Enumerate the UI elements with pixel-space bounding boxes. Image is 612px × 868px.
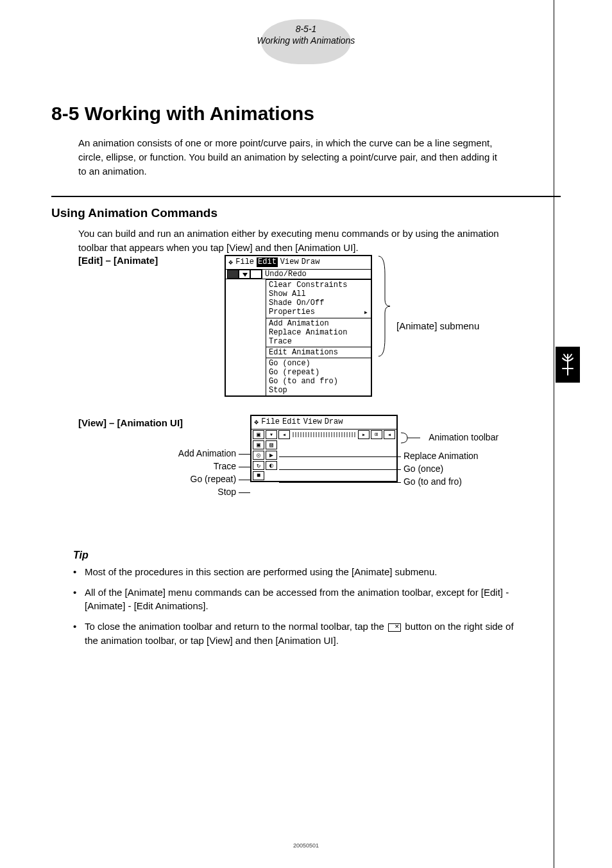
dropdown-icon[interactable] — [239, 270, 250, 279]
menu-block: Go (once) Go (repeat) Go (to and fro) St… — [266, 358, 371, 395]
close-toolbar-icon[interactable]: ⌧ — [371, 430, 382, 439]
menu-file[interactable]: File — [261, 417, 280, 427]
go-once-icon[interactable]: ▶ — [266, 451, 277, 460]
page: 8-5-1 Working with Animations 8-5 Workin… — [0, 0, 612, 868]
menu-item[interactable]: Shade On/Off — [269, 299, 368, 308]
callout-go-to-and-fro: Go (to and fro) — [404, 476, 462, 487]
tip-item: Most of the procedures in this section a… — [73, 565, 522, 579]
callout-replace-animation: Replace Animation — [404, 451, 479, 461]
app-icon: ❖ — [228, 257, 233, 267]
go-repeat-icon[interactable]: ↻ — [253, 461, 264, 470]
dropdown-icon[interactable]: ▾ — [266, 430, 277, 439]
section-intro: You can build and run an animation eithe… — [78, 227, 502, 255]
submenu-arrow-icon: ▸ — [364, 308, 368, 317]
stop-icon[interactable]: ■ — [253, 471, 264, 480]
plant-icon — [560, 352, 575, 378]
menu-item[interactable]: Replace Animation — [269, 328, 368, 337]
menu-item[interactable]: Trace — [269, 337, 368, 346]
right-callout: Go (to and fro) — [279, 476, 462, 487]
section-divider — [51, 196, 561, 197]
menu-edit[interactable]: Edit — [282, 417, 301, 427]
trace-icon[interactable]: ◎ — [253, 451, 264, 460]
menu-item[interactable]: Edit Animations — [269, 348, 368, 357]
app-icon: ❖ — [254, 417, 259, 427]
menu-item[interactable]: Clear Constraints — [269, 281, 368, 290]
animate-submenu-callout: [Animate] submenu — [396, 320, 479, 331]
menu-item[interactable]: Undo/Redo — [265, 270, 370, 279]
right-callout: Animation toolbar — [401, 431, 498, 444]
menu-draw[interactable]: Draw — [325, 417, 343, 427]
menu-item[interactable]: Stop — [269, 386, 368, 395]
edit-animate-diagram: [Edit] – [Animate] ❖ File Edit View Draw… — [51, 255, 561, 397]
tool-row: Undo/Redo — [226, 269, 371, 279]
right-icon[interactable]: ▸ — [358, 430, 370, 439]
tip-item: All of the [Animate] menu commands can b… — [73, 586, 522, 614]
left-icon[interactable]: ◂ — [384, 430, 395, 439]
add-animation-icon[interactable]: ▣ — [253, 440, 264, 449]
close-toolbar-icon — [388, 623, 401, 632]
menu-block: Add Animation Replace Animation Trace — [266, 318, 371, 347]
tool-icon-2[interactable] — [250, 270, 262, 279]
menu-item[interactable]: Go (repeat) — [269, 368, 368, 377]
animation-toolbar: ▣ ▾ ◂ ▸ ⌧ ◂ — [251, 429, 396, 440]
menu-block: Edit Animations — [266, 347, 371, 358]
left-icon[interactable]: ◂ — [278, 430, 290, 439]
menu-edit[interactable]: Edit — [257, 257, 278, 267]
right-callout: Replace Animation — [279, 451, 479, 461]
tool-icon[interactable] — [227, 270, 239, 279]
header-badge: 8-5-1 Working with Animations — [261, 19, 351, 64]
go-to-and-fro-icon[interactable]: ◐ — [266, 461, 277, 470]
replace-animation-icon[interactable]: ▨ — [266, 440, 277, 449]
slider[interactable] — [293, 432, 355, 437]
menu-item[interactable]: Go (to and fro) — [269, 377, 368, 386]
menu-block: Clear Constraints Show All Shade On/Off … — [266, 279, 371, 318]
header-text: 8-5-1 Working with Animations — [257, 23, 355, 46]
callout-go-once: Go (once) — [404, 464, 443, 474]
menu-item[interactable]: Add Animation — [269, 319, 368, 328]
callout-animation-toolbar: Animation toolbar — [429, 431, 498, 442]
page-title: 8-5 Working with Animations — [51, 103, 561, 125]
callout-go-repeat: Go (repeat) — [191, 474, 237, 484]
edit-animate-label: [Edit] – [Animate] — [78, 255, 199, 266]
view-anim-ui-label: [View] – [Animation UI] — [78, 417, 183, 428]
menu-view[interactable]: View — [280, 257, 299, 267]
menubar: ❖ File Edit View Draw — [251, 416, 396, 429]
footer-code: 20050501 — [0, 842, 612, 849]
tip-list: Most of the procedures in this section a… — [73, 565, 522, 648]
menu-view[interactable]: View — [303, 417, 322, 427]
callout-add-animation: Add Animation — [178, 448, 236, 458]
right-callout: Go (once) — [279, 464, 443, 474]
view-anim-ui-diagram: [View] – [Animation UI] ❖ File Edit View… — [51, 415, 561, 530]
menubar: ❖ File Edit View Draw — [226, 256, 371, 269]
menu-item[interactable]: Go (once) — [269, 359, 368, 368]
left-callout: Trace — [154, 461, 250, 471]
left-callout: Add Animation — [154, 448, 250, 458]
side-tab-icon — [556, 347, 580, 383]
brace — [376, 255, 391, 358]
left-callout: Stop — [154, 487, 250, 497]
menu-file[interactable]: File — [235, 257, 254, 267]
toggle-icon[interactable]: ▣ — [253, 430, 264, 439]
tip-item: To close the animation toolbar and retur… — [73, 620, 522, 648]
callout-stop: Stop — [217, 487, 236, 497]
tip-text-pre: To close the animation toolbar and retur… — [85, 621, 387, 632]
menu-item[interactable]: Show All — [269, 290, 368, 299]
menu-item[interactable]: Properties▸ — [269, 308, 368, 317]
header-label: Working with Animations — [257, 35, 355, 46]
section-heading: Using Animation Commands — [51, 206, 561, 220]
menu-draw[interactable]: Draw — [302, 257, 320, 267]
intro-paragraph: An animation consists of one or more poi… — [78, 136, 502, 178]
left-callout: Go (repeat) — [154, 474, 250, 484]
submenu-screen: ❖ File Edit View Draw Undo/Redo Clear Co… — [225, 255, 372, 397]
callout-trace: Trace — [214, 461, 236, 471]
tip-heading: Tip — [73, 550, 561, 561]
header-code: 8-5-1 — [296, 24, 317, 34]
